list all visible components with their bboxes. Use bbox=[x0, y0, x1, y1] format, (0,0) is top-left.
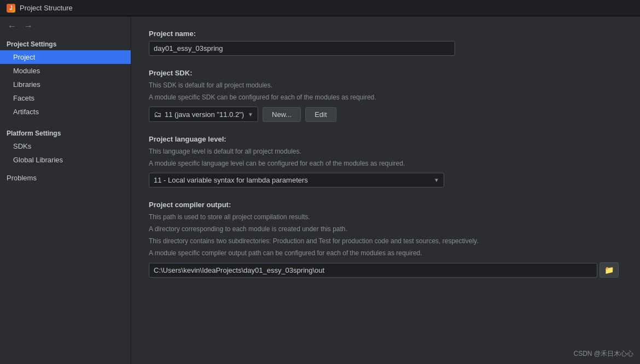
project-name-section: Project name: bbox=[149, 30, 622, 56]
output-path-row: 📁 bbox=[149, 262, 622, 278]
sidebar-item-problems[interactable]: Problems bbox=[0, 171, 131, 185]
sdk-dropdown-arrow-icon: ▼ bbox=[248, 111, 253, 118]
platform-settings-header: Platform Settings bbox=[0, 125, 131, 139]
sdk-value: 11 (java version "11.0.2") bbox=[165, 110, 244, 119]
sidebar-item-sdks[interactable]: SDKs bbox=[0, 139, 131, 153]
project-settings-header: Project Settings bbox=[0, 36, 131, 50]
sdk-desc1: This SDK is default for all project modu… bbox=[149, 80, 622, 90]
project-sdk-section: Project SDK: This SDK is default for all… bbox=[149, 69, 622, 122]
language-level-desc2: A module specific language level can be … bbox=[149, 158, 622, 168]
compiler-output-desc1: This path is used to store all project c… bbox=[149, 212, 622, 222]
language-level-value: 11 - Local variable syntax for lambda pa… bbox=[154, 176, 308, 184]
compiler-output-section: Project compiler output: This path is us… bbox=[149, 201, 622, 278]
sdk-folder-icon: 🗂 bbox=[154, 110, 161, 119]
sidebar-item-facets[interactable]: Facets bbox=[0, 91, 131, 105]
main-container: ← → Project Settings Project Modules Lib… bbox=[0, 16, 640, 364]
nav-back-button[interactable]: ← bbox=[5, 21, 19, 32]
content-area: Project name: Project SDK: This SDK is d… bbox=[131, 16, 640, 364]
sdk-dropdown[interactable]: 🗂 11 (java version "11.0.2") ▼ bbox=[149, 107, 258, 122]
compiler-output-desc3: This directory contains two subdirectori… bbox=[149, 236, 622, 246]
compiler-output-desc2: A directory corresponding to each module… bbox=[149, 224, 622, 234]
browse-folder-button[interactable]: 📁 bbox=[600, 262, 619, 278]
sdk-row: 🗂 11 (java version "11.0.2") ▼ New... Ed… bbox=[149, 107, 622, 122]
language-dropdown-arrow-icon: ▼ bbox=[434, 177, 439, 183]
language-level-label: Project language level: bbox=[149, 135, 622, 143]
sdk-edit-button[interactable]: Edit bbox=[305, 107, 336, 122]
language-level-section: Project language level: This language le… bbox=[149, 135, 622, 187]
compiler-output-desc4: A module specific compiler output path c… bbox=[149, 248, 622, 258]
sidebar-item-libraries[interactable]: Libraries bbox=[0, 78, 131, 91]
compiler-output-input[interactable] bbox=[149, 263, 597, 278]
nav-forward-button[interactable]: → bbox=[22, 21, 35, 32]
nav-buttons: ← → bbox=[0, 16, 131, 36]
sdk-desc2: A module specific SDK can be configured … bbox=[149, 92, 622, 102]
sidebar-item-global-libraries[interactable]: Global Libraries bbox=[0, 153, 131, 167]
project-name-input[interactable] bbox=[149, 41, 455, 56]
window-title: Project Structure bbox=[20, 4, 73, 12]
title-bar: J Project Structure bbox=[0, 0, 640, 16]
project-name-label: Project name: bbox=[149, 30, 622, 38]
sidebar-item-modules[interactable]: Modules bbox=[0, 64, 131, 78]
watermark: CSDN @禾日木心心 bbox=[573, 349, 633, 359]
project-sdk-label: Project SDK: bbox=[149, 69, 622, 77]
sdk-new-button[interactable]: New... bbox=[263, 107, 301, 122]
sidebar: ← → Project Settings Project Modules Lib… bbox=[0, 16, 131, 364]
language-level-dropdown[interactable]: 11 - Local variable syntax for lambda pa… bbox=[149, 173, 444, 187]
language-level-desc1: This language level is default for all p… bbox=[149, 146, 622, 156]
sidebar-item-artifacts[interactable]: Artifacts bbox=[0, 105, 131, 119]
compiler-output-label: Project compiler output: bbox=[149, 201, 622, 209]
app-icon: J bbox=[7, 4, 15, 13]
sidebar-item-project[interactable]: Project bbox=[0, 50, 131, 64]
